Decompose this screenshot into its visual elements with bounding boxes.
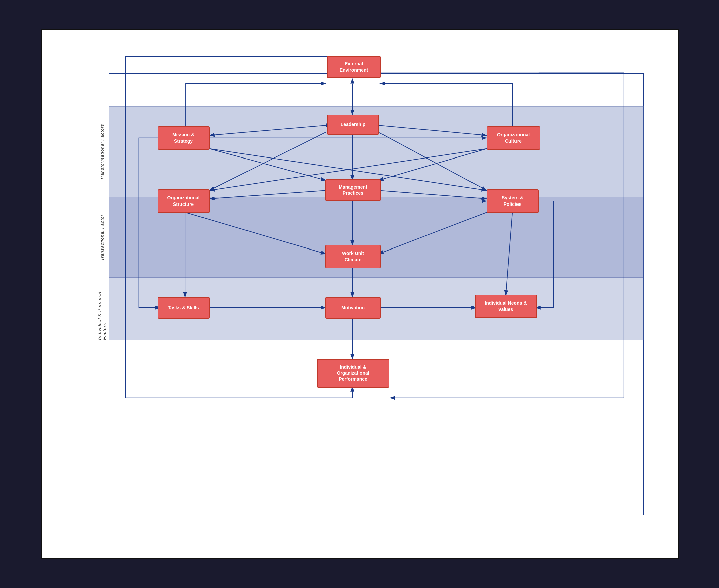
node-org-structure: OrganizationalStructure bbox=[157, 189, 210, 213]
label-individual: Individual & Personal Factors bbox=[97, 278, 107, 340]
node-org-culture: OrganizationalCulture bbox=[487, 126, 540, 150]
node-leadership: Leadership bbox=[327, 114, 379, 135]
label-transformational: Transformational Factors bbox=[97, 106, 107, 197]
node-individual-needs: Individual Needs &Values bbox=[475, 294, 537, 318]
node-system-policies: System &Policies bbox=[487, 189, 539, 213]
node-external-env: External Environment bbox=[327, 56, 381, 78]
diagram-area: Transformational Factors Transactional F… bbox=[68, 43, 651, 545]
node-individual-perf: Individual &OrganizationalPerformance bbox=[317, 359, 389, 387]
node-motivation: Motivation bbox=[325, 297, 381, 319]
node-mission-strategy: Mission &Strategy bbox=[157, 126, 210, 150]
label-transactional: Transactional Factor bbox=[97, 197, 107, 278]
main-canvas: Transformational Factors Transactional F… bbox=[41, 29, 679, 560]
node-tasks-skills: Tasks & Skills bbox=[157, 297, 210, 319]
node-work-unit-climate: Work UnitClimate bbox=[325, 245, 381, 268]
node-management-practices: ManagementPractices bbox=[325, 179, 381, 201]
